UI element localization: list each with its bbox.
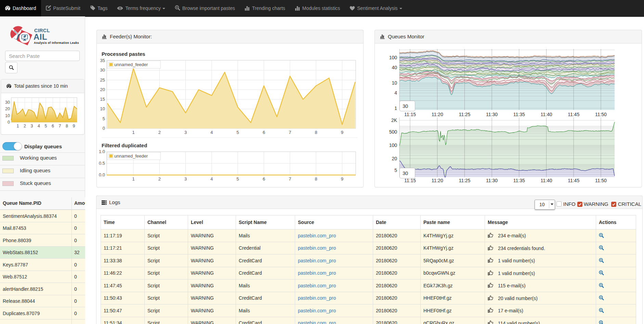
svg-text:11:25: 11:25: [459, 112, 470, 117]
svg-text:1: 1: [132, 130, 134, 135]
svg-text:11:50: 11:50: [595, 112, 607, 117]
svg-text:30: 30: [100, 67, 105, 73]
svg-text:0: 0: [103, 126, 105, 131]
svg-text:10: 10: [100, 106, 105, 111]
svg-text:11:35: 11:35: [513, 178, 525, 183]
svg-text:40: 40: [392, 65, 397, 70]
svg-text:AIL: AIL: [34, 32, 47, 41]
svg-text:2: 2: [158, 130, 161, 135]
svg-text:4: 4: [210, 176, 213, 182]
svg-text:5: 5: [237, 130, 239, 135]
svg-text:0: 0: [8, 120, 10, 125]
svg-text:2: 2: [24, 124, 26, 128]
svg-text:0.5: 0.5: [99, 161, 105, 166]
svg-text:30: 30: [5, 100, 10, 105]
svg-text:6: 6: [52, 124, 54, 128]
svg-text:0.0: 0.0: [99, 172, 105, 177]
svg-text:5: 5: [394, 167, 397, 173]
svg-text:25: 25: [100, 77, 105, 83]
svg-text:11:30: 11:30: [486, 112, 498, 117]
svg-text:9: 9: [341, 130, 343, 135]
svg-text:20: 20: [392, 156, 397, 161]
svg-text:11:45: 11:45: [568, 112, 579, 117]
svg-text:1: 1: [17, 124, 19, 128]
svg-text:11:40: 11:40: [541, 112, 552, 117]
svg-text:4: 4: [38, 124, 40, 128]
svg-text:1.0: 1.0: [99, 149, 105, 154]
svg-text:3: 3: [184, 130, 187, 135]
svg-text:Analysis of Information Leaks: Analysis of Information Leaks: [34, 41, 79, 45]
svg-text:8: 8: [315, 130, 317, 135]
svg-text:11:35: 11:35: [513, 112, 525, 117]
svg-text:35: 35: [100, 58, 105, 63]
svg-text:30: 30: [403, 103, 408, 109]
svg-text:6: 6: [263, 176, 265, 182]
svg-text:100: 100: [389, 142, 397, 148]
svg-text:8: 8: [315, 176, 317, 182]
svg-text:11:40: 11:40: [541, 178, 552, 183]
svg-text:unnamed_feeder: unnamed_feeder: [114, 153, 148, 159]
svg-text:7: 7: [59, 124, 61, 128]
svg-text:6: 6: [263, 130, 265, 135]
svg-text:11:30: 11:30: [486, 178, 498, 183]
svg-text:100: 100: [389, 55, 397, 60]
svg-text:8: 8: [66, 124, 68, 128]
svg-text:3: 3: [184, 176, 187, 182]
svg-text:15: 15: [100, 97, 105, 102]
svg-text:11:20: 11:20: [432, 178, 443, 183]
svg-text:11:45: 11:45: [568, 178, 579, 183]
svg-text:unnamed_feeder: unnamed_feeder: [114, 62, 148, 67]
svg-text:11:25: 11:25: [459, 178, 470, 183]
svg-text:500: 500: [389, 129, 397, 135]
svg-text:5: 5: [237, 176, 239, 182]
svg-text:5: 5: [45, 124, 47, 128]
svg-text:2: 2: [158, 176, 161, 182]
svg-text:30: 30: [403, 171, 408, 176]
svg-text:10: 10: [392, 80, 397, 86]
svg-text:4: 4: [394, 90, 397, 96]
svg-text:11:15: 11:15: [404, 178, 416, 183]
svg-text:1: 1: [132, 176, 134, 182]
svg-text:20: 20: [100, 87, 105, 92]
svg-text:11:20: 11:20: [432, 112, 443, 117]
svg-text:9: 9: [73, 124, 75, 128]
svg-text:4: 4: [210, 130, 213, 135]
svg-text:11:50: 11:50: [595, 178, 607, 183]
svg-text:9: 9: [341, 176, 343, 182]
svg-text:7: 7: [289, 176, 291, 182]
svg-text:7: 7: [289, 130, 291, 135]
svg-text:3: 3: [31, 124, 33, 128]
svg-text:10: 10: [5, 113, 10, 118]
svg-text:5: 5: [103, 116, 105, 121]
svg-text:1: 1: [394, 105, 397, 111]
svg-text:20: 20: [5, 107, 10, 111]
svg-text:11:15: 11:15: [404, 112, 416, 117]
svg-text:2K: 2K: [391, 117, 397, 123]
